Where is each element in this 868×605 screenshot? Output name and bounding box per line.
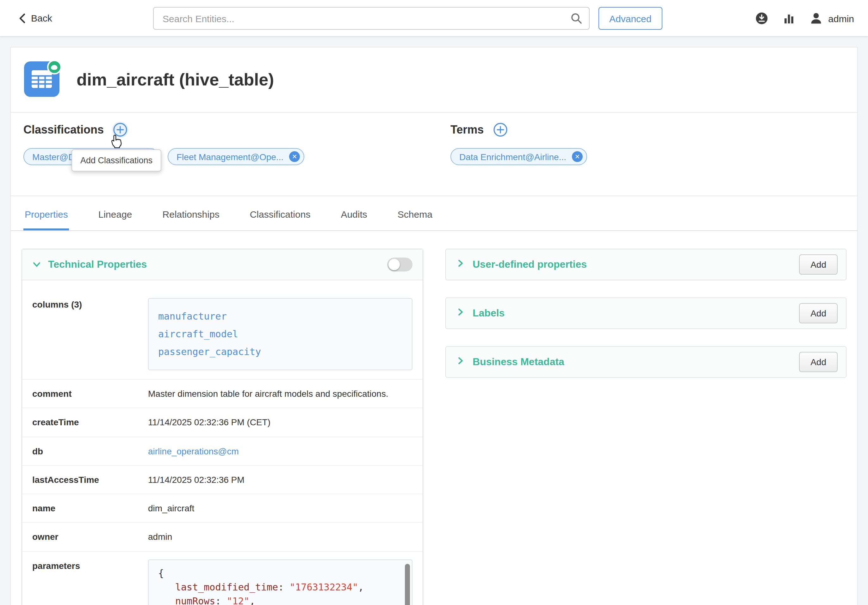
tag-label: Data Enrichment@Airline... [459,152,566,162]
property-key: parameters [32,559,148,605]
columns-codebox: manufactureraircraft_modelpassenger_capa… [148,298,412,370]
user-icon [809,11,823,25]
chevron-right-icon[interactable] [456,307,465,319]
property-row-name: namedim_aircraft [22,494,423,523]
hive-table-icon [23,59,63,100]
terms-label: Terms [451,123,484,137]
property-row-columns-3: columns (3)manufactureraircraft_modelpas… [22,280,423,380]
add-button[interactable]: Add [799,254,838,275]
json-entry: numRows: "12", [158,594,402,605]
json-colon: : [215,596,226,605]
property-value: airline_operations@cm [148,445,412,458]
atlas-entity-page: Back Advanced admin [0,0,868,605]
user-menu[interactable]: admin [809,11,854,25]
property-row-lastaccesstime: lastAccessTime11/14/2025 02:32:36 PM [22,466,423,495]
top-bar: Back Advanced admin [0,0,868,37]
panel-user-defined-properties: User-defined propertiesAdd [445,249,846,280]
json-colon: : [278,582,290,593]
remove-tag-icon[interactable]: ✕ [572,151,583,162]
property-value: {last_modified_time: "1763132234",numRow… [148,559,412,605]
classifications-label: Classifications [23,123,104,137]
scrollbar-thumb[interactable] [405,564,410,605]
parameters-codebox: {last_modified_time: "1763132234",numRow… [148,559,412,605]
property-key: owner [32,531,148,544]
property-link[interactable]: airline_operations@cm [148,446,239,456]
classification-tag[interactable]: Fleet Management@Ope...✕ [167,148,304,165]
technical-properties-toggle[interactable] [387,258,412,271]
property-key: comment [32,387,148,400]
property-value: admin [148,531,412,544]
property-key: db [32,445,148,458]
property-key: name [32,502,148,515]
back-button[interactable]: Back [19,12,52,23]
panel-title: Labels [473,307,505,319]
entity-detail-card: dim_aircraft (hive_table) Classification… [10,47,858,605]
property-key: createTime [32,416,148,429]
json-entry: last_modified_time: "1763132234", [158,580,402,594]
property-value: manufactureraircraft_modelpassenger_capa… [148,298,412,370]
json-key: last_modified_time [175,582,278,593]
property-value: 11/14/2025 02:32:36 PM [148,473,412,486]
tab-lineage[interactable]: Lineage [97,196,133,230]
panel-business-metadata: Business MetadataAdd [445,346,846,378]
back-label: Back [31,12,52,23]
property-row-parameters: parameters{last_modified_time: "17631322… [22,552,423,605]
remove-tag-icon[interactable]: ✕ [289,151,300,162]
chevron-left-icon [19,13,25,23]
tag-label: Master@D [32,152,74,162]
add-button[interactable]: Add [799,352,838,372]
tab-properties[interactable]: Properties [23,196,69,230]
tab-schema[interactable]: Schema [396,196,434,230]
advanced-search-button[interactable]: Advanced [598,7,662,30]
main-content: dim_aircraft (hive_table) Classification… [0,37,868,605]
column-name: passenger_capacity [158,343,402,361]
json-value: "1763132234" [290,582,358,593]
statistics-icon[interactable] [783,12,795,25]
search-input[interactable] [153,7,590,30]
add-button[interactable]: Add [799,303,838,323]
json-open-brace: { [158,566,402,580]
terms-block: Terms Data Enrichment@Airline...✕ [451,121,587,165]
technical-properties-panel: Technical Properties columns (3)manufact… [22,249,423,605]
json-comma: , [358,582,364,593]
tag-label: Fleet Management@Ope... [177,152,284,162]
panel-title: User-defined properties [473,259,587,270]
property-value: 11/14/2025 02:32:36 PM (CET) [148,416,412,429]
property-rows: columns (3)manufactureraircraft_modelpas… [22,280,423,605]
column-name: manufacturer [158,307,402,325]
add-classifications-tooltip: Add Classifications [71,149,161,172]
side-panels: User-defined propertiesAddLabelsAddBusin… [445,249,846,605]
search-bar [153,7,590,30]
search-icon[interactable] [570,12,583,27]
add-classification-button[interactable] [112,121,129,138]
property-row-owner: owneradmin [22,523,423,552]
entity-header: dim_aircraft (hive_table) [11,48,857,113]
tab-relationships[interactable]: Relationships [161,196,221,230]
properties-tab-body: Technical Properties columns (3)manufact… [11,231,857,605]
property-key: lastAccessTime [32,473,148,486]
chevron-right-icon[interactable] [456,259,465,270]
technical-properties-title: Technical Properties [48,259,147,270]
download-icon[interactable] [755,11,769,25]
property-row-comment: commentMaster dimension table for aircra… [22,380,423,408]
json-comma: , [250,596,255,605]
property-row-createtime: createTime11/14/2025 02:32:36 PM (CET) [22,408,423,437]
property-row-db: dbairline_operations@cm [22,437,423,466]
toggle-knob [389,259,400,270]
property-key: columns (3) [32,298,148,370]
tab-classifications[interactable]: Classifications [249,196,312,230]
property-value: dim_aircraft [148,502,412,515]
term-tag[interactable]: Data Enrichment@Airline...✕ [451,148,587,165]
chevron-down-icon [32,260,41,269]
json-value: "12" [227,596,250,605]
top-right-actions: admin [755,0,854,37]
add-term-button[interactable] [492,121,508,138]
tab-audits[interactable]: Audits [339,196,368,230]
page-title: dim_aircraft (hive_table) [76,70,274,90]
technical-properties-header[interactable]: Technical Properties [22,249,423,280]
classification-terms-section: Classifications Master@D✕Fleet Managemen… [11,113,857,196]
column-name: aircraft_model [158,325,402,343]
json-key: numRows [175,596,215,605]
chevron-right-icon[interactable] [456,356,465,368]
panel-labels: LabelsAdd [445,298,846,329]
